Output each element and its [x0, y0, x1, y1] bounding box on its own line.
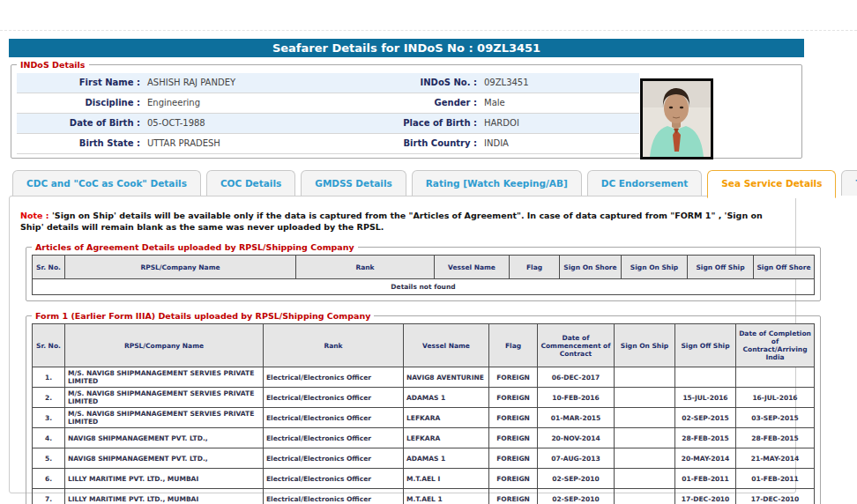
form1-cell: 17-DEC-2010: [675, 489, 736, 504]
form1-cell: ADAMAS 1: [404, 388, 489, 408]
seafarer-details-page: Seafarer Details for INDoS No : 09ZL3451…: [0, 0, 857, 504]
form1-cell: 16-JUL-2016: [736, 388, 815, 408]
form1-cell: Electrical/Electronics Officer: [264, 388, 404, 408]
tab-coc-details[interactable]: COC Details: [206, 170, 295, 196]
form1-cell: FOREIGN: [489, 489, 538, 504]
form1-header-sign-on-ship: Sign On Ship: [615, 324, 675, 367]
form1-cell: 02-SEP-2015: [675, 408, 736, 428]
form1-cell: 06-DEC-2017: [538, 367, 615, 388]
indos-details-row: First Name :ASHISH RAJ PANDEYINDoS No. :…: [17, 73, 639, 93]
form1-cell: M.T.AEL I: [404, 469, 489, 489]
form1-row: 7.LILLY MARITIME PVT. LTD., MUMBAIElectr…: [33, 489, 815, 504]
articles-header-vessel-name: Vessel Name: [435, 256, 510, 279]
tab-gmdss-details[interactable]: GMDSS Details: [301, 170, 406, 196]
page-title: Seafarer Details for INDoS No : 09ZL3451: [272, 41, 540, 55]
form1-header-vessel-name: Vessel Name: [404, 324, 489, 367]
form1-row: 4.NAVIG8 SHIPMANAGEMENT PVT. LTD.,Electr…: [33, 428, 815, 448]
form1-fieldset: Form 1 (Earlier Form IIIA) Details uploa…: [26, 311, 821, 504]
form1-cell: 6.: [33, 469, 65, 489]
articles-table-empty-row: Details not found: [33, 279, 815, 295]
articles-header-sign-on-shore: Sign On Shore: [560, 256, 622, 279]
field-value: ASHISH RAJ PANDEY: [145, 73, 343, 93]
field-value: HARDOI: [482, 114, 639, 133]
form1-row: 3.M/S. NAVIG8 SHIPMANAGEMENT SERVIES PRI…: [33, 408, 815, 428]
form1-cell: ADAMAS 1: [404, 448, 489, 469]
top-divider: [0, 30, 857, 31]
form1-cell: NAVIG8 AVENTURINE: [404, 367, 489, 388]
field-label: INDoS No. :: [343, 73, 482, 93]
tab-rating-watch-keeping-ab[interactable]: Rating [Watch Keeping/AB]: [412, 170, 582, 196]
form1-cell: 1.: [33, 367, 65, 388]
tab-cdc-and-coc-as-cook-details[interactable]: CDC and "CoC as Cook" Details: [12, 170, 201, 196]
articles-header-sign-off-ship: Sign Off Ship: [688, 256, 754, 279]
form1-cell: FOREIGN: [489, 428, 538, 448]
seafarer-photo: [640, 78, 713, 159]
form1-header-rank: Rank: [264, 324, 404, 367]
form1-header-flag: Flag: [489, 324, 538, 367]
form1-row: 6.LILLY MARITIME PVT. LTD., MUMBAIElectr…: [33, 469, 815, 489]
form1-cell: 4.: [33, 428, 65, 448]
indos-details-table: First Name :ASHISH RAJ PANDEYINDoS No. :…: [17, 73, 639, 154]
articles-header-rpsl-company-name: RPSL/Company Name: [65, 256, 296, 279]
note-prefix: Note :: [20, 211, 49, 220]
form1-cell: [615, 367, 675, 388]
form1-cell: [615, 469, 675, 489]
form1-cell: M/S. NAVIG8 SHIPMANAGEMENT SERVIES PRIVA…: [65, 388, 264, 408]
form1-cell: 01-FEB-2011: [736, 469, 815, 489]
details-not-found-message: Details not found: [33, 279, 815, 295]
form1-cell: 3.: [33, 408, 65, 428]
form1-cell: 17-DEC-2010: [736, 489, 815, 504]
articles-header-flag: Flag: [510, 256, 560, 279]
field-label: Gender :: [343, 93, 482, 113]
form1-header-sign-off-ship: Sign Off Ship: [675, 324, 736, 367]
form1-header-date-of-commencement-of-contract: Date of Commencement of Contract: [538, 324, 615, 367]
form1-cell: FOREIGN: [489, 367, 538, 388]
form1-cell: FOREIGN: [489, 448, 538, 469]
tab-training-details[interactable]: Training Details: [841, 170, 857, 196]
field-label: Date of Birth :: [17, 114, 145, 133]
tab-bar: CDC and "CoC as Cook" DetailsCOC Details…: [9, 170, 857, 198]
form1-cell: [736, 367, 815, 388]
form1-cell: 15-JUL-2016: [675, 388, 736, 408]
note: Note : 'Sign on Ship' details will be av…: [20, 210, 786, 233]
form1-cell: Electrical/Electronics Officer: [264, 428, 404, 448]
field-value: 09ZL3451: [482, 73, 639, 93]
field-label: Birth State :: [17, 134, 145, 153]
tab-dc-endorsement[interactable]: DC Endorsement: [587, 170, 703, 196]
form1-cell: Electrical/Electronics Officer: [264, 469, 404, 489]
articles-header-sign-on-ship: Sign On Ship: [622, 256, 688, 279]
field-label: Birth Country :: [343, 134, 482, 153]
form1-row: 1.M/S. NAVIG8 SHIPMANAGEMENT SERVIES PRI…: [33, 367, 815, 388]
form1-header-date-of-completion-of-contract-arriving-india: Date of Completion of Contract/Arriving …: [736, 324, 815, 367]
form1-cell: Electrical/Electronics Officer: [264, 489, 404, 504]
form1-cell: LEFKARA: [404, 408, 489, 428]
form1-cell: [615, 448, 675, 469]
form1-cell: 28-FEB-2015: [675, 428, 736, 448]
field-value: INDIA: [482, 134, 639, 153]
articles-of-agreement-fieldset: Articles of Agreement Details uploaded b…: [26, 242, 821, 301]
form1-cell: LEFKARA: [404, 428, 489, 448]
indos-details-row: Discipline :EngineeringGender :Male: [17, 93, 639, 114]
form1-table: Sr. No.RPSL/Company NameRankVessel NameF…: [32, 323, 815, 504]
form1-legend: Form 1 (Earlier Form IIIA) Details uploa…: [32, 311, 374, 321]
tab-sea-service-details[interactable]: Sea Service Details: [707, 170, 836, 198]
form1-cell: Electrical/Electronics Officer: [264, 408, 404, 428]
form1-cell: [615, 428, 675, 448]
form1-cell: NAVIG8 SHIPMANAGEMENT PVT. LTD.,: [65, 428, 264, 448]
field-value: Engineering: [145, 93, 343, 113]
field-label: First Name :: [17, 73, 145, 93]
form1-cell: 20-MAY-2014: [675, 448, 736, 469]
articles-header-rank: Rank: [296, 256, 435, 279]
form1-row: 2.M/S. NAVIG8 SHIPMANAGEMENT SERVIES PRI…: [33, 388, 815, 408]
indos-details-legend: INDoS Details: [17, 60, 89, 70]
form1-cell: LILLY MARITIME PVT. LTD., MUMBAI: [65, 489, 264, 504]
form1-cell: 20-NOV-2014: [538, 428, 615, 448]
field-label: Discipline :: [17, 93, 145, 113]
articles-table: Sr. No.RPSL/Company NameRankVessel NameF…: [32, 255, 815, 295]
form1-cell: FOREIGN: [489, 388, 538, 408]
form1-header-sr-no: Sr. No.: [33, 324, 65, 367]
field-value: 05-OCT-1988: [145, 114, 343, 133]
form1-table-header-row: Sr. No.RPSL/Company NameRankVessel NameF…: [33, 324, 815, 367]
form1-cell: 2.: [33, 388, 65, 408]
form1-cell: M.T.AEL 1: [404, 489, 489, 504]
